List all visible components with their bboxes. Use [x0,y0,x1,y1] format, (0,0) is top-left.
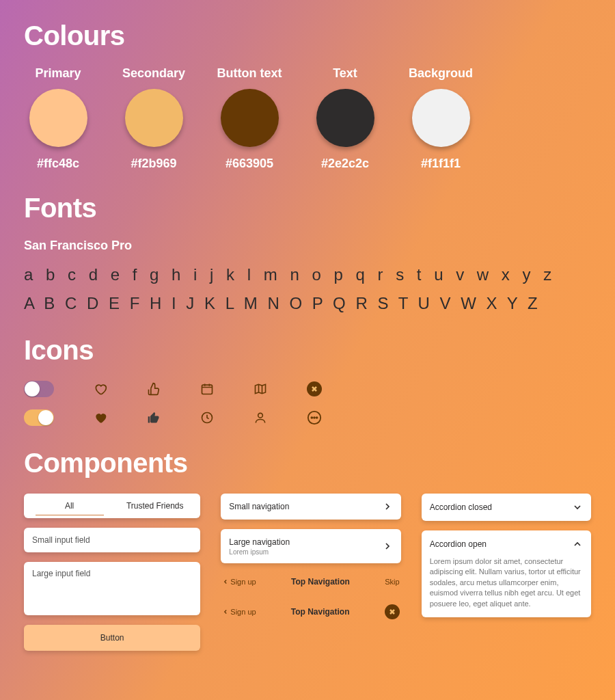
swatch-circle [316,89,374,147]
swatch-secondary: Secondary #f2b969 [120,66,188,171]
svg-point-2 [258,413,263,418]
svg-rect-0 [202,385,213,394]
swatch-circle [412,89,470,147]
swatch-circle [221,89,279,147]
alphabet-upper: A B C D E F H I J K L M N O P Q R S T U … [24,294,591,313]
swatch-label: Primary [35,66,81,81]
swatch-label: Button text [217,66,282,81]
accordion-body: Lorem ipsum dolor sit amet, consectetur … [430,556,583,609]
alphabet-lower: a b c d e f g h i j k l m n o p q r s t … [24,265,591,284]
chevron-down-icon [572,502,583,513]
components-section: Components All Trusted Friends Small inp… [24,448,591,651]
swatch-label: Secondary [122,66,185,81]
chevron-up-icon [572,539,583,550]
swatch-hex: #2e2c2c [321,157,369,171]
accordion-title: Accordion open [430,539,487,549]
swatch-button-text: Button text #663905 [215,66,284,171]
swatch-text: Text #2e2c2c [311,66,379,171]
map-icon [254,382,267,396]
seg-item-all[interactable]: All [27,494,112,518]
large-navigation[interactable]: Large navigation Lorem ipsum [221,529,400,563]
clock-icon [200,411,214,425]
swatch-primary: Primary #ffc48c [24,66,92,171]
swatch-circle [29,89,87,147]
swatch-hex: #f2b969 [131,157,176,171]
swatch-hex: #663905 [226,157,273,171]
fonts-heading: Fonts [24,193,591,224]
font-name: San Francisco Pro [24,239,591,253]
components-col-a: All Trusted Friends Small input field La… [24,494,200,651]
components-heading: Components [24,448,591,479]
thumbs-up-outline-icon [147,382,161,396]
icon-grid [24,381,591,426]
accordion-title: Accordion closed [430,502,492,512]
components-col-b: Small navigation Large navigation Lorem … [221,494,400,651]
topnav-title: Top Navigation [291,607,350,617]
components-col-c: Accordion closed Accordion open Lorem ip… [422,494,591,651]
large-input-field[interactable]: Large input field [24,562,200,615]
fonts-section: Fonts San Francisco Pro a b c d e f g h … [24,193,591,313]
back-button[interactable]: Sign up [222,578,256,586]
accordion-open[interactable]: Accordion open Lorem ipsum dolor sit ame… [422,530,591,617]
colours-heading: Colours [24,21,591,51]
svg-point-6 [316,417,318,418]
close-badge-icon[interactable] [385,604,400,619]
small-input-field[interactable]: Small input field [24,528,200,552]
segmented-control[interactable]: All Trusted Friends [24,494,200,518]
more-circle-icon[interactable] [307,410,322,425]
heart-filled-icon [94,411,107,425]
chevron-right-icon [382,541,393,552]
icon-row [24,381,591,397]
toggle-off[interactable] [24,381,54,397]
swatch-hex: #ffc48c [37,157,79,171]
toggle-on[interactable] [24,409,54,426]
swatch-label: Text [333,66,357,81]
close-badge-icon[interactable] [307,381,322,396]
primary-button[interactable]: Button [24,625,200,651]
components-columns: All Trusted Friends Small input field La… [24,494,591,651]
swatch-circle [125,89,183,147]
back-button[interactable]: Sign up [222,608,256,616]
accordion-closed[interactable]: Accordion closed [422,494,591,521]
nav-label: Large navigation [229,537,290,547]
top-navigation-close: Sign up Top Navigation [221,600,400,623]
swatch-label: Backgroud [409,66,473,81]
topnav-title: Top Navigation [291,577,350,587]
seg-item-trusted[interactable]: Trusted Friends [112,494,197,518]
top-navigation-skip: Sign up Top Navigation Skip [221,573,400,591]
swatch-background: Backgroud #f1f1f1 [407,66,475,171]
chevron-right-icon [382,501,393,512]
swatch-row: Primary #ffc48c Secondary #f2b969 Button… [24,66,591,171]
icon-row [24,409,591,426]
user-icon [254,411,267,425]
nav-label: Small navigation [229,502,289,511]
icons-heading: Icons [24,335,591,366]
svg-point-5 [314,417,315,418]
skip-button[interactable]: Skip [385,578,399,586]
calendar-icon [200,382,214,396]
icons-section: Icons [24,335,591,426]
colours-section: Colours Primary #ffc48c Secondary #f2b96… [24,21,591,171]
swatch-hex: #f1f1f1 [421,157,461,171]
heart-outline-icon [94,382,107,396]
svg-point-4 [311,417,312,418]
thumbs-up-filled-icon [147,411,161,425]
nav-sublabel: Lorem ipsum [229,548,290,556]
small-navigation[interactable]: Small navigation [221,494,400,520]
